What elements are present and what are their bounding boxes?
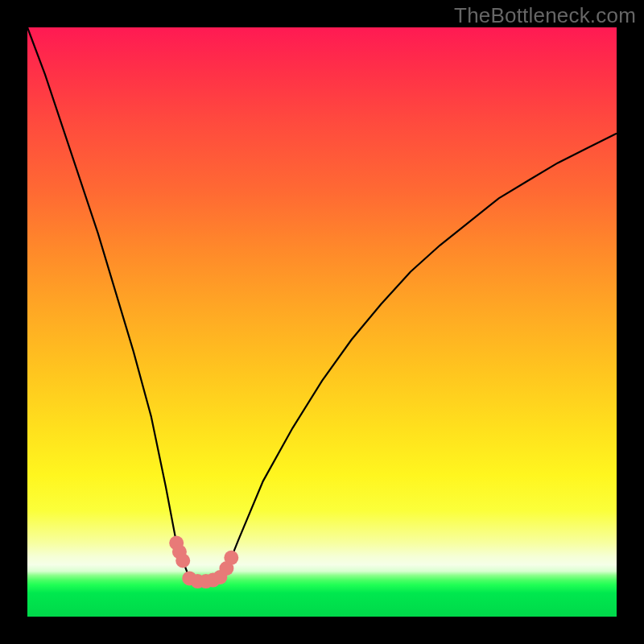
marker-group: [169, 536, 238, 589]
curve-layer: [27, 27, 617, 617]
watermark-text: TheBottleneck.com: [454, 3, 636, 28]
plot-area: [27, 27, 617, 617]
chart-frame: TheBottleneck.com: [0, 0, 644, 644]
data-marker: [175, 554, 190, 568]
data-marker: [224, 551, 238, 565]
bottleneck-curve: [27, 27, 617, 581]
